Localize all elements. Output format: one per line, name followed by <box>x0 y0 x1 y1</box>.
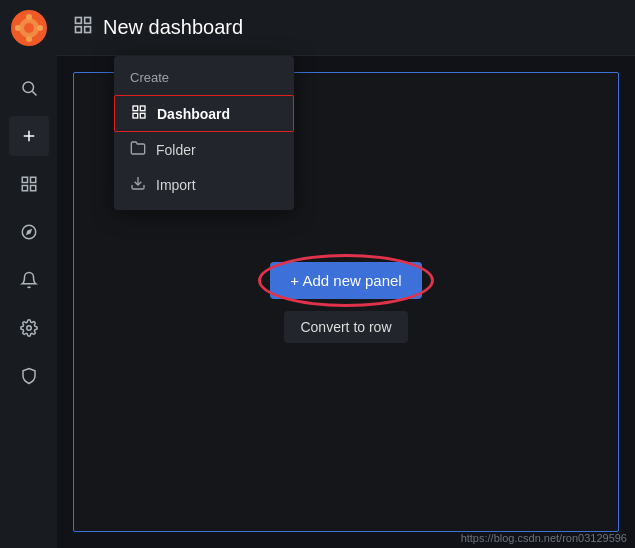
svg-rect-19 <box>85 18 91 24</box>
svg-rect-12 <box>30 177 35 182</box>
svg-rect-18 <box>76 18 82 24</box>
svg-rect-24 <box>133 113 138 118</box>
page-title-container: New dashboard <box>73 15 243 40</box>
svg-point-4 <box>26 36 32 42</box>
header: New dashboard <box>57 0 635 56</box>
page-title: New dashboard <box>103 16 243 39</box>
dropdown-menu-container: Create Dashboard <box>114 56 294 210</box>
svg-point-17 <box>26 326 31 331</box>
svg-line-8 <box>32 91 36 95</box>
dropdown-dashboard-label: Dashboard <box>157 106 230 122</box>
create-dropdown: Create Dashboard <box>57 56 294 210</box>
svg-rect-20 <box>76 27 82 33</box>
sidebar-shield-icon[interactable] <box>9 356 49 396</box>
svg-rect-11 <box>22 177 27 182</box>
sidebar-create-icon[interactable] <box>9 116 49 156</box>
svg-rect-22 <box>133 106 138 111</box>
dropdown-item-folder[interactable]: Folder <box>114 132 294 167</box>
svg-rect-23 <box>140 106 145 111</box>
url-bar: https://blog.csdn.net/ron03129596 <box>461 532 627 544</box>
svg-point-7 <box>23 82 34 93</box>
grafana-logo[interactable] <box>9 8 49 48</box>
sidebar-settings-icon[interactable] <box>9 308 49 348</box>
dashboard-grid-icon <box>73 15 93 40</box>
svg-point-5 <box>15 25 21 31</box>
dropdown-folder-label: Folder <box>156 142 196 158</box>
dropdown-import-label: Import <box>156 177 196 193</box>
dashboard-menu-icon <box>131 104 147 123</box>
sidebar-search-icon[interactable] <box>9 68 49 108</box>
svg-rect-21 <box>85 27 91 33</box>
svg-point-2 <box>24 23 34 33</box>
sidebar-dashboards-icon[interactable] <box>9 164 49 204</box>
sidebar <box>0 0 57 548</box>
dropdown-item-dashboard[interactable]: Dashboard <box>114 95 294 132</box>
dropdown-item-import[interactable]: Import <box>114 167 294 202</box>
sidebar-alerts-icon[interactable] <box>9 260 49 300</box>
add-new-panel-button[interactable]: + Add new panel <box>270 262 421 299</box>
convert-to-row-button[interactable]: Convert to row <box>284 311 407 343</box>
svg-rect-25 <box>140 113 145 118</box>
sidebar-explore-icon[interactable] <box>9 212 49 252</box>
svg-point-3 <box>26 14 32 20</box>
svg-rect-13 <box>22 186 27 191</box>
import-menu-icon <box>130 175 146 194</box>
main-content: New dashboard + Add new panel Convert to… <box>57 0 635 548</box>
svg-rect-14 <box>30 186 35 191</box>
folder-menu-icon <box>130 140 146 159</box>
dropdown-title: Create <box>114 64 294 95</box>
svg-point-6 <box>37 25 43 31</box>
svg-marker-16 <box>25 229 31 235</box>
